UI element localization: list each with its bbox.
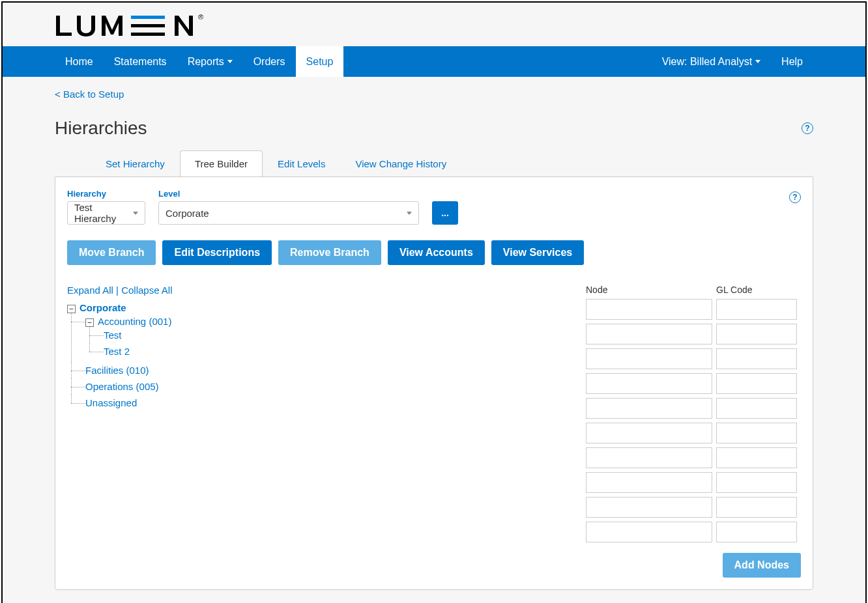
- level-dropdown[interactable]: Corporate: [158, 201, 419, 225]
- gl-code-input[interactable]: [716, 299, 797, 320]
- remove-branch-button[interactable]: Remove Branch: [278, 240, 381, 265]
- grid-row: [586, 324, 801, 344]
- gl-code-input[interactable]: [716, 398, 797, 419]
- node-input[interactable]: [586, 472, 712, 493]
- tab-set-hierarchy[interactable]: Set Hierarchy: [91, 150, 180, 177]
- view-selector[interactable]: View: Billed Analyst: [652, 46, 771, 77]
- gl-code-input[interactable]: [716, 522, 797, 542]
- tree-builder-panel: ? Hierarchy Test Hierarchy Level Corpora…: [55, 176, 813, 590]
- node-input[interactable]: [586, 423, 712, 443]
- grid-row: [586, 398, 801, 419]
- nav-reports[interactable]: Reports: [177, 46, 243, 77]
- gl-code-input[interactable]: [716, 447, 797, 468]
- chevron-down-icon: [407, 212, 412, 215]
- tab-tree-builder[interactable]: Tree Builder: [180, 150, 263, 177]
- node-input[interactable]: [586, 447, 712, 468]
- edit-descriptions-button[interactable]: Edit Descriptions: [162, 240, 272, 265]
- nav-home[interactable]: Home: [55, 46, 104, 77]
- tab-edit-levels[interactable]: Edit Levels: [263, 150, 340, 177]
- gl-code-input[interactable]: [716, 423, 797, 443]
- tree-node-unassigned[interactable]: Unassigned: [85, 397, 137, 408]
- gl-code-input[interactable]: [716, 472, 797, 493]
- svg-rect-0: [131, 16, 165, 19]
- gl-code-input[interactable]: [716, 373, 797, 394]
- hierarchy-dropdown-value: Test Hierarchy: [74, 202, 128, 224]
- node-input[interactable]: [586, 522, 712, 542]
- view-accounts-button[interactable]: View Accounts: [388, 240, 485, 265]
- level-dropdown-value: Corporate: [166, 208, 209, 219]
- grid-header-gl: GL Code: [716, 285, 797, 295]
- grid-header-node: Node: [586, 285, 712, 295]
- nav-help[interactable]: Help: [771, 46, 813, 77]
- main-nav: HomeStatementsReportsOrdersSetupView: Bi…: [3, 46, 865, 77]
- tree-node-corporate[interactable]: Corporate: [80, 302, 126, 313]
- expand-all-link[interactable]: Expand All: [67, 285, 113, 296]
- gl-code-input[interactable]: [716, 348, 797, 369]
- node-input[interactable]: [586, 373, 712, 394]
- move-branch-button[interactable]: Move Branch: [67, 240, 156, 265]
- tree-node-operations[interactable]: Operations (005): [85, 381, 159, 392]
- node-input[interactable]: [586, 348, 712, 369]
- hierarchy-dropdown[interactable]: Test Hierarchy: [67, 201, 145, 225]
- tree-collapse-icon[interactable]: −: [85, 318, 94, 327]
- node-input[interactable]: [586, 324, 712, 344]
- chevron-down-icon: [755, 60, 760, 63]
- hierarchy-label: Hierarchy: [67, 189, 145, 199]
- nav-statements[interactable]: Statements: [104, 46, 177, 77]
- chevron-down-icon: [227, 60, 233, 63]
- grid-rows: [586, 299, 801, 542]
- node-input[interactable]: [586, 398, 712, 419]
- grid-row: [586, 423, 801, 443]
- nav-orders[interactable]: Orders: [243, 46, 296, 77]
- grid-row: [586, 447, 801, 468]
- panel-help-icon[interactable]: ?: [789, 191, 801, 203]
- view-services-button[interactable]: View Services: [491, 240, 584, 265]
- back-to-setup-link[interactable]: < Back to Setup: [55, 89, 124, 100]
- add-nodes-button[interactable]: Add Nodes: [723, 553, 801, 578]
- nav-setup[interactable]: Setup: [296, 46, 344, 77]
- chevron-down-icon: [133, 212, 138, 215]
- hierarchy-tree: −Corporate −Accounting (001) Test Test 2: [67, 300, 547, 414]
- page-help-icon[interactable]: ?: [802, 122, 813, 134]
- hierarchy-tabs: Set HierarchyTree BuilderEdit LevelsView…: [55, 150, 813, 176]
- svg-rect-2: [131, 33, 165, 36]
- grid-row: [586, 472, 801, 493]
- tree-node-test[interactable]: Test: [104, 330, 122, 341]
- collapse-all-link[interactable]: Collapse All: [121, 285, 172, 296]
- node-input[interactable]: [586, 497, 712, 518]
- grid-row: [586, 522, 801, 542]
- grid-row: [586, 497, 801, 518]
- tree-node-accounting[interactable]: Accounting (001): [98, 316, 171, 327]
- grid-row: [586, 299, 801, 320]
- grid-row: [586, 373, 801, 394]
- brand-logo: ®: [55, 13, 206, 40]
- grid-row: [586, 348, 801, 369]
- tree-collapse-icon[interactable]: −: [67, 305, 76, 313]
- svg-rect-1: [131, 24, 165, 27]
- level-more-button[interactable]: ...: [432, 201, 458, 225]
- tab-view-change-history[interactable]: View Change History: [340, 150, 461, 177]
- gl-code-input[interactable]: [716, 324, 797, 344]
- expand-collapse-links: Expand All | Collapse All: [67, 285, 547, 296]
- level-label: Level: [158, 189, 419, 199]
- tree-node-facilities[interactable]: Facilities (010): [85, 365, 149, 376]
- svg-text:®: ®: [198, 13, 203, 21]
- gl-code-input[interactable]: [716, 497, 797, 518]
- page-title: Hierarchies: [55, 118, 147, 139]
- tree-node-test2[interactable]: Test 2: [104, 346, 130, 357]
- node-input[interactable]: [586, 299, 712, 320]
